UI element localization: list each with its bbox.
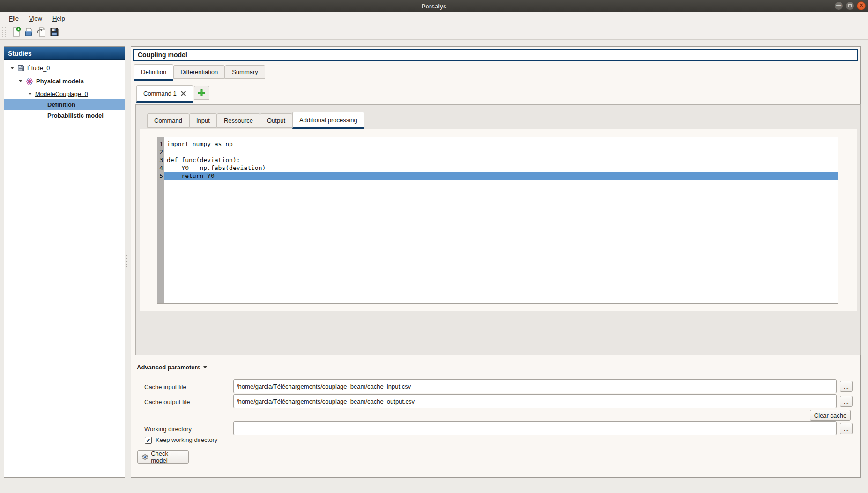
tree-item-physical-models[interactable]: Physical models	[4, 76, 125, 87]
menu-help[interactable]: Help	[48, 14, 69, 23]
code-line: def func(deviation):	[164, 156, 838, 164]
open-study-button[interactable]	[22, 26, 35, 38]
tab-definition[interactable]: Definition	[134, 64, 173, 81]
cache-input-browse-button[interactable]: ...	[840, 381, 853, 392]
tree-item-label: ModèleCouplage_0	[35, 90, 88, 97]
working-directory-field[interactable]	[233, 421, 837, 435]
add-command-tab-button[interactable]	[194, 86, 209, 100]
study-separator	[18, 74, 125, 74]
save-icon	[49, 27, 59, 37]
tab-output[interactable]: Output	[260, 113, 292, 128]
keep-working-directory-label: Keep working directory	[156, 436, 217, 443]
minimize-icon: —	[836, 3, 841, 8]
cache-input-field[interactable]	[233, 379, 837, 393]
import-study-button[interactable]	[35, 26, 48, 38]
code-editor[interactable]: 1 2 3 4 5 import numpy as np def func(de…	[157, 137, 838, 304]
close-tab-icon[interactable]	[181, 91, 186, 96]
tree-item-label: Physical models	[36, 78, 84, 85]
page-title: Coupling model	[138, 51, 187, 59]
tree-item-definition[interactable]: Definition	[4, 99, 125, 110]
studies-panel-header: Studies	[4, 47, 125, 60]
working-directory-browse-button[interactable]: ...	[840, 423, 853, 434]
close-button[interactable]: ✕	[857, 1, 866, 10]
splitter-handle[interactable]	[126, 255, 128, 271]
main-panel: Coupling model Definition Differentiatio…	[131, 46, 861, 478]
advanced-parameters-header[interactable]: Advanced parameters	[137, 364, 207, 371]
tab-ressource[interactable]: Ressource	[217, 113, 260, 128]
window-title: Persalys	[422, 3, 447, 10]
toolbar-drag-handle[interactable]	[2, 27, 6, 37]
new-study-button[interactable]	[10, 26, 22, 38]
tab-input[interactable]: Input	[189, 113, 217, 128]
checkmark-icon: ✔	[146, 438, 150, 443]
atom-icon	[26, 78, 33, 85]
cache-output-field[interactable]	[233, 394, 837, 408]
tab-additional-processing[interactable]: Additional processing	[292, 112, 364, 129]
command-pane: Command Input Ressource Output Additiona…	[135, 104, 861, 355]
plus-icon	[198, 89, 205, 96]
tree-item-label: Definition	[47, 101, 75, 108]
expander-icon[interactable]	[19, 80, 22, 82]
tab-differentiation[interactable]: Differentiation	[173, 65, 225, 79]
cache-output-browse-button[interactable]: ...	[840, 396, 853, 407]
cache-input-label: Cache input file	[144, 383, 186, 390]
tree-item-study[interactable]: Étude_0	[4, 63, 125, 74]
menu-view[interactable]: View	[25, 14, 46, 23]
clear-cache-button[interactable]: Clear cache	[810, 410, 851, 421]
window-controls: — ✕	[834, 1, 866, 10]
model-title-box: Coupling model	[133, 49, 858, 61]
maximize-button[interactable]	[846, 1, 854, 10]
model-tab-bar: Definition Differentiation Summary	[134, 64, 265, 81]
tree-item-probabilistic-model[interactable]: Probabilistic model	[4, 110, 125, 121]
code-line: Y0 = np.fabs(deviation)	[164, 164, 838, 172]
import-file-icon	[37, 27, 47, 37]
tree-guide-line	[41, 99, 41, 115]
minimize-button[interactable]: —	[834, 1, 843, 10]
working-directory-label: Working directory	[144, 426, 192, 433]
code-line-selected: return Y0	[164, 172, 838, 180]
tab-command-1[interactable]: Command 1	[136, 85, 193, 103]
maximize-icon	[848, 4, 852, 7]
new-file-icon	[11, 27, 22, 37]
tree-item-label: Probabilistic model	[47, 112, 104, 119]
tree-item-model[interactable]: ModèleCouplage_0	[4, 88, 125, 99]
additional-processing-pane: 1 2 3 4 5 import numpy as np def func(de…	[140, 129, 857, 311]
toolbar	[0, 24, 868, 40]
open-file-icon	[24, 27, 34, 37]
studies-panel: Studies Étude_0	[4, 46, 125, 478]
code-area: import numpy as np def func(deviation): …	[164, 137, 838, 303]
tree-item-label: Étude_0	[27, 65, 50, 72]
collapse-arrow-icon	[203, 366, 207, 368]
tab-command[interactable]: Command	[147, 113, 189, 128]
cache-output-label: Cache output file	[144, 398, 190, 405]
study-save-icon	[17, 65, 24, 72]
save-study-button[interactable]	[48, 26, 60, 38]
text-cursor	[215, 173, 215, 179]
keep-working-directory-checkbox[interactable]: ✔	[145, 437, 152, 444]
command-section-tab-bar: Command Input Ressource Output Additiona…	[147, 112, 364, 129]
tab-summary[interactable]: Summary	[225, 65, 265, 79]
gear-icon	[141, 453, 148, 461]
command-tab-bar: Command 1	[136, 85, 209, 103]
code-line: import numpy as np	[164, 140, 838, 148]
status-bar	[0, 478, 868, 493]
expander-icon[interactable]	[10, 67, 14, 69]
menu-file[interactable]: File	[5, 14, 23, 23]
studies-tree: Étude_0 Physical models ModèleCouplage_0…	[4, 60, 125, 121]
check-model-button[interactable]: Check model	[137, 450, 189, 464]
titlebar: Persalys — ✕	[0, 0, 868, 12]
menu-bar: File View Help	[0, 12, 868, 24]
close-icon: ✕	[859, 3, 863, 8]
code-line	[164, 148, 838, 156]
line-number-gutter: 1 2 3 4 5	[157, 137, 164, 303]
expander-icon[interactable]	[28, 93, 32, 95]
